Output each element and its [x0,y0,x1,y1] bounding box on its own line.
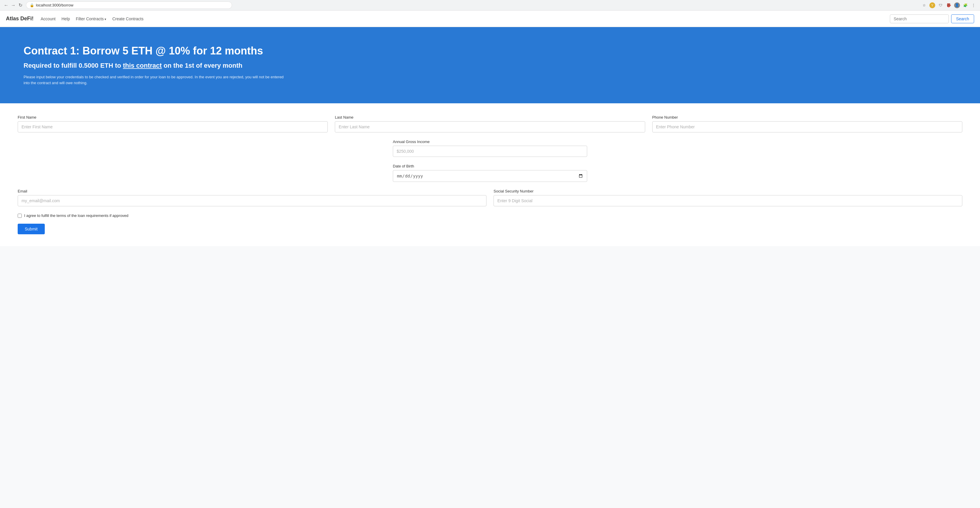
browser-chrome: ← → ↻ 🔒 localhost:3000/borrow ☆ Y 🛡 👺 👤 … [0,0,980,11]
last-name-label: Last Name [335,115,645,119]
ssn-label: Social Security Number [493,189,963,194]
ssn-input[interactable] [493,195,963,206]
profile-icon[interactable]: Y [929,2,935,8]
filter-contracts-link[interactable]: Filter Contracts [76,16,106,21]
puzzle-icon[interactable]: 🧩 [963,2,968,8]
brand-logo[interactable]: Atlas DeFi! [6,16,33,22]
phone-group: Phone Number [652,115,963,132]
this-contract-link[interactable]: this contract [123,62,162,69]
menu-icon[interactable]: ⋮ [970,2,977,8]
account-link[interactable]: Account [41,16,56,21]
app-navbar: Atlas DeFi! Account Help Filter Contract… [0,11,980,27]
last-name-input[interactable] [335,121,645,132]
dob-label: Date of Birth [393,164,587,168]
navbar-search: Search [890,14,974,23]
application-form-section: First Name Last Name Phone Number Annual… [0,103,980,246]
phone-input[interactable] [652,121,963,132]
email-input[interactable] [18,195,487,206]
dob-input[interactable] [393,170,587,182]
phone-label: Phone Number [652,115,963,119]
name-phone-row: First Name Last Name Phone Number [18,115,963,132]
address-bar[interactable]: 🔒 localhost:3000/borrow [26,2,232,9]
hero-banner: Contract 1: Borrow 5 ETH @ 10% for 12 mo… [0,27,980,103]
avatar-icon[interactable]: 👤 [954,2,960,8]
star-icon[interactable]: ☆ [921,2,927,8]
search-input[interactable] [890,14,949,23]
last-name-group: Last Name [335,115,645,132]
hero-subtitle-prefix: Required to fulfill 0.5000 ETH to [24,62,123,69]
help-link[interactable]: Help [62,16,70,21]
first-name-group: First Name [18,115,328,132]
dob-group: Date of Birth [393,164,587,182]
reload-button[interactable]: ↻ [18,3,23,8]
search-button[interactable]: Search [951,14,974,23]
forward-button[interactable]: → [11,3,16,8]
url-text: localhost:3000/borrow [36,3,73,7]
lock-icon: 🔒 [30,3,34,7]
income-label: Annual Gross Income [393,140,587,144]
back-button[interactable]: ← [3,3,9,8]
hero-subtitle: Required to fulfill 0.5000 ETH to this c… [24,62,956,70]
email-group: Email [18,189,487,206]
hero-subtitle-suffix: on the 1st of every month [162,62,242,69]
hero-description: Please input below your credentials to b… [24,74,289,86]
email-label: Email [18,189,487,194]
terms-checkbox[interactable] [18,214,22,218]
hero-title: Contract 1: Borrow 5 ETH @ 10% for 12 mo… [24,45,956,57]
terms-checkbox-label: I agree to fulfill the terms of the loan… [24,213,128,218]
shield-icon[interactable]: 🛡 [938,2,943,8]
extension-icon-1[interactable]: 👺 [946,2,952,8]
first-name-label: First Name [18,115,328,119]
nav-buttons[interactable]: ← → ↻ [3,3,23,8]
first-name-input[interactable] [18,121,328,132]
email-ssn-row: Email Social Security Number [18,189,963,206]
income-group: Annual Gross Income [393,140,587,157]
ssn-group: Social Security Number [493,189,963,206]
submit-button[interactable]: Submit [18,224,45,234]
nav-links: Account Help Filter Contracts Create Con… [41,16,143,21]
terms-checkbox-row: I agree to fulfill the terms of the loan… [18,213,963,218]
income-input[interactable] [393,146,587,157]
income-row: Annual Gross Income [18,140,963,157]
dob-row: Date of Birth [18,164,963,182]
create-contracts-link[interactable]: Create Contracts [112,16,143,21]
browser-toolbar-icons: ☆ Y 🛡 👺 👤 🧩 ⋮ [921,2,977,8]
